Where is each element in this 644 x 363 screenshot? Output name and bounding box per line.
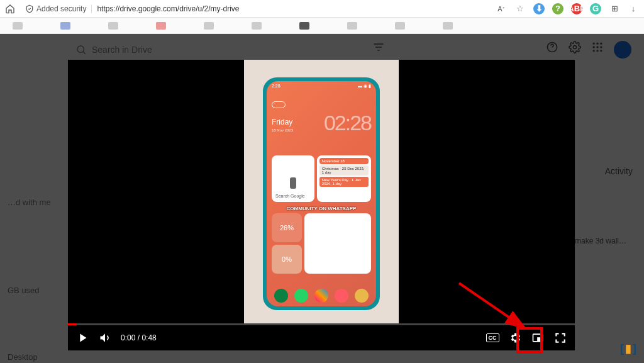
extensions-menu-icon[interactable]: ⊞ [609,3,620,14]
text-size-icon[interactable]: A⁺ [496,3,507,14]
phone-calendar-widget: November 18 Christmas · 25 Dec 2023, 1 d… [317,155,371,202]
phone-status-time: 2:28 [272,84,280,89]
favorite-icon[interactable]: ☆ [514,3,526,14]
home-icon[interactable] [5,4,15,14]
video-time-display: 0:00 / 0:48 [121,333,157,342]
extension-icon-3[interactable]: G [590,3,601,14]
browser-address-bar: Added security https://drive.google.com/… [0,0,644,18]
fullscreen-button[interactable] [553,331,567,345]
bookmarks-bar [0,18,644,34]
downloads-icon[interactable]: ↓ [628,3,639,14]
video-caption-text: COMMUNITY ON WHATSAPP [267,206,376,211]
browser-extensions: A⁺ ☆ ⬇ ? ABP G ⊞ ↓ [496,3,639,14]
volume-button[interactable] [98,331,112,345]
phone-search-widget: Search Google [272,155,314,202]
security-label: Added security [36,4,86,13]
watermark-logo: [▮] [620,342,636,355]
phone-clock-widget: 02:28 Friday 18 Nov 2023 [272,101,371,135]
adblock-icon[interactable]: ABP [571,3,582,14]
url-text[interactable]: https://drive.google.com/drive/u/2/my-dr… [92,4,496,13]
phone-dock [267,289,376,303]
video-frame-content: 2:28▬ ◉ ▮ 02:28 Friday 18 Nov 2023 Searc… [244,60,399,325]
svg-line-14 [459,283,525,328]
play-button[interactable] [75,331,89,345]
security-badge[interactable]: Added security [20,4,92,13]
extension-icon-2[interactable]: ? [552,3,564,14]
phone-status-icons: ▬ ◉ ▮ [358,84,371,89]
annotation-arrow [453,277,553,346]
extension-icon-1[interactable]: ⬇ [533,3,545,14]
phone-weather-widget: 26% 0% [272,213,302,274]
